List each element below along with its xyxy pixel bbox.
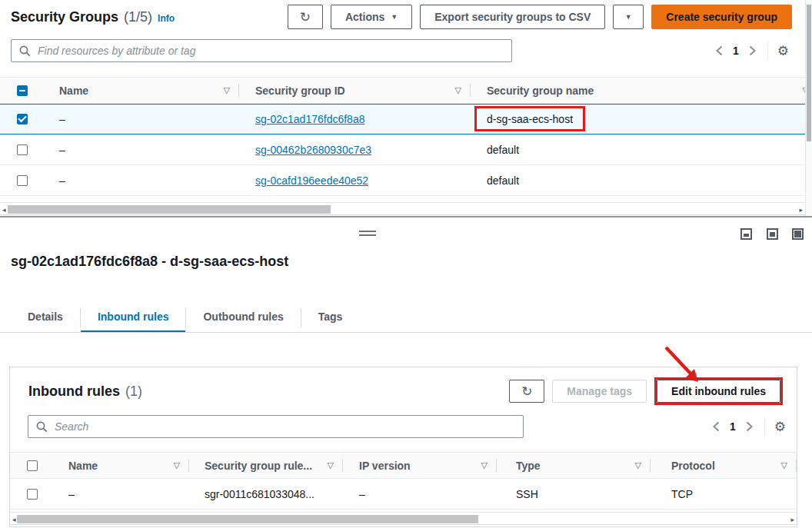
inbound-rules-card: Inbound rules (1) ↻ Manage tags Edit inb… bbox=[9, 367, 797, 527]
inbound-rules-title: Inbound rules (1) bbox=[28, 384, 142, 400]
refresh-icon: ↻ bbox=[521, 384, 532, 400]
sort-icon[interactable]: ▽ bbox=[224, 86, 230, 95]
actions-button[interactable]: Actions ▼ bbox=[331, 5, 412, 29]
edit-inbound-rules-button[interactable]: Edit inbound rules bbox=[657, 380, 780, 403]
chevron-left-icon bbox=[715, 45, 724, 56]
inbound-search-box bbox=[28, 415, 524, 438]
table-row[interactable]: – sg-0cafd196eede40e52 default bbox=[0, 165, 805, 196]
column-header-ip-version[interactable]: IP version ▽ bbox=[343, 453, 497, 478]
chevron-left-icon bbox=[712, 421, 720, 432]
tab-tags[interactable]: Tags bbox=[301, 303, 360, 333]
security-group-id-link[interactable]: sg-02c1ad176fdc6f8a8 bbox=[255, 113, 364, 125]
sort-icon[interactable]: ▽ bbox=[481, 461, 488, 470]
security-group-id-link[interactable]: sg-00462b2680930c7e3 bbox=[255, 144, 371, 156]
sort-icon[interactable]: ▽ bbox=[328, 461, 334, 470]
header-actions: ↻ Actions ▼ Export security groups to CS… bbox=[288, 5, 792, 29]
cell-protocol: TCP bbox=[651, 488, 797, 500]
top-search-row: 1 ⚙ bbox=[11, 38, 789, 63]
caret-down-icon: ▼ bbox=[391, 14, 398, 21]
refresh-icon: ↻ bbox=[300, 9, 311, 25]
table-header-row: Name ▽ Security group ID ▽ Security grou… bbox=[0, 77, 805, 104]
previous-page-button[interactable] bbox=[710, 420, 722, 433]
row-checkbox-cell bbox=[0, 144, 43, 155]
sort-icon[interactable]: ▽ bbox=[174, 461, 180, 470]
tab-outbound-rules[interactable]: Outbound rules bbox=[186, 303, 300, 333]
select-all-checkbox[interactable] bbox=[17, 85, 28, 96]
inbound-rules-actions: ↻ Manage tags Edit inbound rules bbox=[509, 377, 783, 405]
export-dropdown-button[interactable]: ▼ bbox=[613, 5, 644, 29]
column-label: Security group name bbox=[487, 85, 594, 97]
annotation-box-edit-inbound-rules: Edit inbound rules bbox=[654, 377, 783, 405]
manage-tags-button: Manage tags bbox=[552, 380, 647, 403]
table-header-row: Name ▽ Security group rule... ▽ IP versi… bbox=[10, 452, 797, 479]
column-header-security-group-name[interactable]: Security group name ▽ bbox=[471, 78, 805, 103]
horizontal-scrollbar[interactable]: ◂ ▸ bbox=[10, 512, 797, 525]
table-row[interactable]: – sg-02c1ad176fdc6f8a8 d-sg-saa-ecs-host bbox=[0, 104, 805, 134]
security-group-id-link[interactable]: sg-0cafd196eede40e52 bbox=[255, 174, 368, 187]
column-label: Name bbox=[68, 460, 98, 472]
tab-inbound-rules[interactable]: Inbound rules bbox=[81, 303, 186, 333]
column-header-security-group-rule[interactable]: Security group rule... ▽ bbox=[189, 453, 343, 478]
row-checkbox[interactable] bbox=[17, 175, 28, 186]
scrollbar-thumb[interactable] bbox=[17, 515, 478, 523]
refresh-button[interactable]: ↻ bbox=[288, 5, 323, 29]
split-panel-divider bbox=[0, 216, 812, 218]
table-row[interactable]: – sgr-0011c681033048... – SSH TCP bbox=[10, 479, 797, 510]
next-page-button[interactable] bbox=[744, 420, 755, 433]
column-header-type[interactable]: Type ▽ bbox=[497, 453, 651, 478]
table-settings-gear-icon[interactable]: ⚙ bbox=[777, 45, 789, 58]
cell-name: – bbox=[43, 174, 239, 187]
inbound-rules-header: Inbound rules (1) ↻ Manage tags Edit inb… bbox=[28, 377, 783, 406]
cell-type: SSH bbox=[497, 488, 651, 500]
tab-details[interactable]: Details bbox=[11, 303, 80, 333]
select-all-checkbox[interactable] bbox=[27, 460, 38, 471]
vertical-scrollbar[interactable] bbox=[805, 0, 812, 216]
previous-page-button[interactable] bbox=[714, 44, 725, 58]
inbound-search-input[interactable] bbox=[55, 420, 515, 433]
export-csv-button[interactable]: Export security groups to CSV bbox=[420, 5, 605, 29]
scroll-right-arrow-icon[interactable]: ▸ bbox=[799, 203, 803, 216]
search-icon bbox=[19, 45, 31, 57]
refresh-button[interactable]: ↻ bbox=[509, 380, 544, 403]
next-page-button[interactable] bbox=[747, 44, 758, 58]
actions-button-label: Actions bbox=[345, 11, 384, 23]
manage-tags-label: Manage tags bbox=[567, 385, 632, 397]
column-header-name[interactable]: Name ▽ bbox=[53, 453, 189, 478]
layout-bottom-half-icon[interactable] bbox=[767, 228, 778, 240]
row-checkbox-cell bbox=[0, 175, 43, 186]
top-pagination: 1 ⚙ bbox=[714, 42, 789, 60]
scroll-left-arrow-icon[interactable]: ◂ bbox=[2, 203, 6, 216]
row-checkbox[interactable] bbox=[17, 114, 28, 125]
create-security-group-button[interactable]: Create security group bbox=[651, 5, 792, 29]
inbound-rules-table: Name ▽ Security group rule... ▽ IP versi… bbox=[10, 452, 797, 510]
inbound-pagination: 1 ⚙ bbox=[710, 417, 786, 436]
scrollbar-thumb[interactable] bbox=[807, 5, 811, 141]
resource-search-input[interactable] bbox=[38, 45, 504, 57]
cell-name: – bbox=[53, 488, 189, 500]
layout-bottom-small-icon[interactable] bbox=[740, 228, 752, 240]
table-row[interactable]: – sg-00462b2680930c7e3 default bbox=[0, 134, 805, 165]
scroll-right-arrow-icon[interactable]: ▸ bbox=[790, 513, 794, 526]
cell-security-group-id: sg-00462b2680930c7e3 bbox=[239, 144, 471, 156]
column-header-name[interactable]: Name ▽ bbox=[43, 78, 239, 103]
header-checkbox-cell bbox=[0, 85, 43, 96]
sort-icon[interactable]: ▽ bbox=[635, 461, 641, 470]
info-link[interactable]: Info bbox=[158, 13, 175, 24]
edit-inbound-rules-label: Edit inbound rules bbox=[671, 385, 766, 397]
search-icon bbox=[36, 421, 48, 433]
create-security-group-label: Create security group bbox=[666, 11, 777, 23]
sort-icon[interactable]: ▽ bbox=[455, 86, 461, 95]
column-header-security-group-id[interactable]: Security group ID ▽ bbox=[239, 78, 471, 103]
layout-bottom-full-icon[interactable] bbox=[792, 228, 804, 240]
cell-security-group-name: default bbox=[471, 174, 805, 187]
scroll-left-arrow-icon[interactable]: ◂ bbox=[12, 513, 16, 526]
sort-icon[interactable]: ▽ bbox=[781, 461, 787, 470]
horizontal-scrollbar[interactable]: ◂ ▸ bbox=[0, 202, 805, 215]
table-settings-gear-icon[interactable]: ⚙ bbox=[774, 420, 786, 433]
column-header-protocol[interactable]: Protocol ▽ bbox=[651, 453, 797, 478]
panel-resize-handle-icon[interactable] bbox=[359, 231, 376, 238]
row-checkbox[interactable] bbox=[17, 144, 28, 155]
divider bbox=[767, 42, 768, 60]
row-checkbox[interactable] bbox=[27, 489, 38, 500]
scrollbar-thumb[interactable] bbox=[8, 205, 331, 214]
